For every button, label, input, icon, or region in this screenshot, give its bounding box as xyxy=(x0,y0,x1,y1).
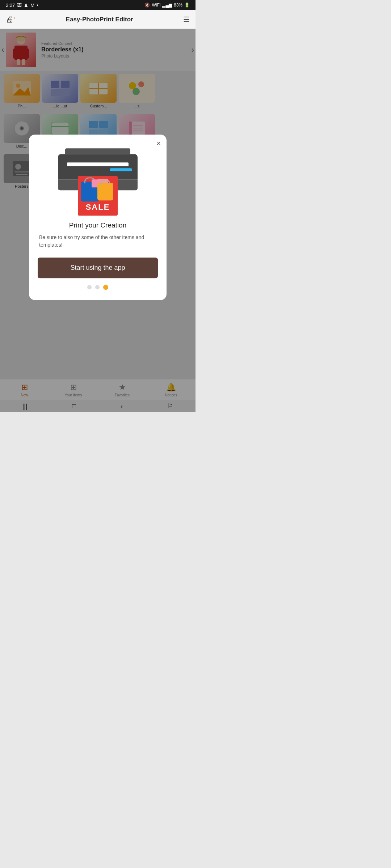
dot-3-active xyxy=(103,285,108,290)
app-bar: 🖨+ Easy-PhotoPrint Editor ☰ xyxy=(0,10,196,29)
modal-description: Be sure to also try some of the other it… xyxy=(38,234,158,249)
status-left: 2:27 🖼 ♟ M • xyxy=(6,3,38,8)
bag-yellow xyxy=(97,183,113,200)
status-right: 🔇 WiFi ▂▄▆ 83% 🔋 xyxy=(144,3,190,8)
battery-icon: 🔋 xyxy=(184,3,190,8)
status-bar: 2:27 🖼 ♟ M • 🔇 WiFi ▂▄▆ 83% 🔋 xyxy=(0,0,196,10)
bag-group xyxy=(81,179,115,202)
app-title: Easy-PhotoPrint Editor xyxy=(66,16,133,23)
printer-illustration: SALE xyxy=(54,143,141,216)
dot-icon: • xyxy=(37,3,38,8)
gmail-icon: M xyxy=(30,3,34,8)
modal-dialog: × xyxy=(29,135,167,300)
printer-slot xyxy=(67,162,129,166)
printer-accent xyxy=(110,168,132,171)
menu-icon[interactable]: ☰ xyxy=(183,15,190,24)
time: 2:27 xyxy=(6,3,15,8)
modal-title: Print your Creation xyxy=(69,221,126,229)
printer-icon[interactable]: 🖨+ xyxy=(6,15,16,24)
modal-close-button[interactable]: × xyxy=(156,140,161,147)
battery-label: 83% xyxy=(174,3,182,8)
printer-top-bar xyxy=(65,148,130,154)
pagination-dots xyxy=(87,285,108,290)
mute-icon: 🔇 xyxy=(144,3,150,8)
person-icon: ♟ xyxy=(24,3,28,8)
background-content: ‹ Featured Content Borderless (x1) Photo… xyxy=(0,29,196,412)
wifi-icon: WiFi xyxy=(152,3,160,8)
dot-1 xyxy=(87,285,92,289)
signal-icon: ▂▄▆ xyxy=(162,3,172,8)
start-app-button[interactable]: Start using the app xyxy=(38,258,158,278)
sale-text: SALE xyxy=(86,203,110,212)
photo-icon: 🖼 xyxy=(17,3,22,8)
sale-flyer: SALE xyxy=(78,176,118,216)
dot-2 xyxy=(95,285,100,289)
